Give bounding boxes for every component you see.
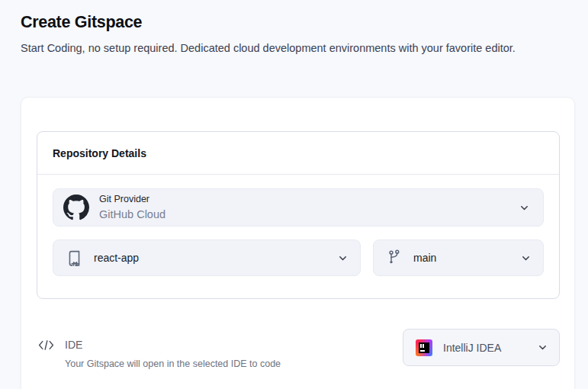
git-branch-icon xyxy=(385,249,403,267)
chevron-down-icon xyxy=(538,342,548,352)
create-gitspace-card: Repository Details Git Provider GitHub C… xyxy=(21,97,575,389)
ide-section: IDE Your Gitspace will open in the selec… xyxy=(37,329,560,369)
repository-details-heading: Repository Details xyxy=(53,147,146,159)
repository-value: react-app xyxy=(94,252,139,264)
repo-branch-row: react-app xyxy=(53,240,544,276)
repo-icon xyxy=(65,249,84,268)
ide-texts: IDE Your Gitspace will open in the selec… xyxy=(65,339,281,369)
chevron-down-icon xyxy=(338,253,348,263)
ide-select[interactable]: IntelliJ IDEA xyxy=(403,329,560,366)
ide-selected-value: IntelliJ IDEA xyxy=(443,342,501,354)
chevron-down-icon xyxy=(519,203,529,213)
intellij-idea-icon xyxy=(416,339,432,356)
ide-description: Your Gitspace will open in the selected … xyxy=(65,358,281,369)
branch-select[interactable]: main xyxy=(373,240,544,276)
page-title: Create Gitspace xyxy=(21,13,579,32)
github-icon xyxy=(63,194,89,220)
page-header: Create Gitspace Start Coding, no setup r… xyxy=(21,13,579,56)
ide-label: IDE xyxy=(65,339,281,351)
intellij-inner-square xyxy=(419,342,429,353)
git-provider-value: GitHub Cloud xyxy=(99,207,165,221)
git-provider-texts: Git Provider GitHub Cloud xyxy=(99,194,165,221)
git-provider-label: Git Provider xyxy=(99,194,165,205)
repository-details-header: Repository Details xyxy=(37,132,559,175)
branch-value: main xyxy=(413,252,436,264)
repository-select[interactable]: react-app xyxy=(53,240,361,276)
repository-details-body: Git Provider GitHub Cloud xyxy=(37,175,559,276)
git-provider-select[interactable]: Git Provider GitHub Cloud xyxy=(53,188,544,227)
ide-info: IDE Your Gitspace will open in the selec… xyxy=(37,339,281,369)
code-icon xyxy=(37,339,55,369)
page-subtitle: Start Coding, no setup required. Dedicat… xyxy=(21,40,579,56)
repository-details-section: Repository Details Git Provider GitHub C… xyxy=(37,131,560,299)
chevron-down-icon xyxy=(521,253,531,263)
